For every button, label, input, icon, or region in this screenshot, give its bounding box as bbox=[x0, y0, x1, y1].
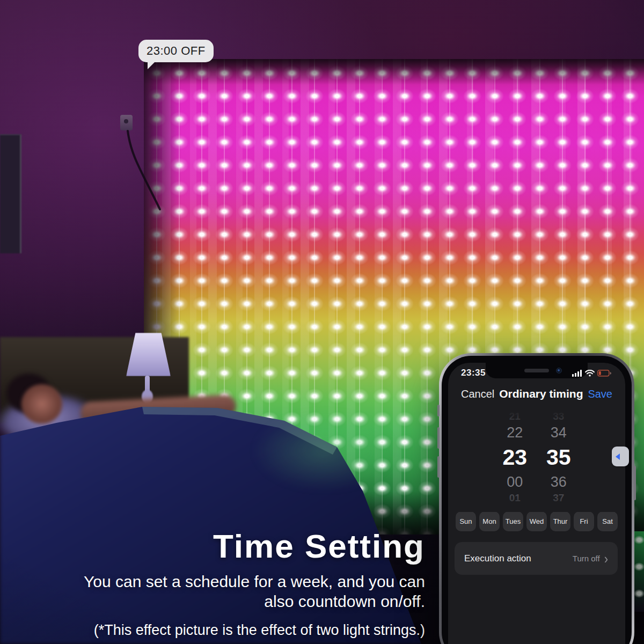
hour-option: 22 bbox=[507, 423, 523, 442]
slide-out-tab[interactable] bbox=[612, 447, 629, 466]
caption-body-line1: You can set a schedule for a week, and y… bbox=[60, 572, 425, 592]
left-arrow-icon bbox=[616, 453, 620, 460]
minute-option-selected: 35 bbox=[546, 442, 571, 472]
plug-socket-hole bbox=[124, 119, 128, 123]
minute-option: 36 bbox=[551, 472, 567, 492]
schedule-callout-bubble: 23:00 OFF bbox=[138, 40, 214, 62]
power-cord bbox=[113, 123, 172, 220]
hour-option-selected: 23 bbox=[502, 442, 527, 472]
sleeping-person-face bbox=[21, 384, 62, 424]
cancel-button[interactable]: Cancel bbox=[461, 388, 494, 400]
caption-footnote: (*This effect picture is the effect of t… bbox=[60, 622, 425, 639]
time-picker: 21 22 23 00 01 33 34 35 36 37 bbox=[448, 410, 625, 512]
phone-bezel: 23:35 bbox=[442, 356, 632, 644]
caption-body-line2: also countdown on/off. bbox=[60, 592, 425, 612]
mute-switch bbox=[437, 405, 440, 416]
day-button-sat[interactable]: Sat bbox=[597, 511, 618, 531]
caption-block: Time Setting You can set a schedule for … bbox=[60, 529, 425, 639]
status-icons bbox=[572, 370, 611, 377]
caption-heading: Time Setting bbox=[60, 529, 425, 564]
wifi-icon bbox=[585, 370, 595, 377]
day-button-sun[interactable]: Sun bbox=[456, 511, 476, 531]
product-showcase-image: 23:00 OFF Time Setting You can set a sch… bbox=[0, 0, 644, 644]
schedule-callout-label: 23:00 OFF bbox=[147, 44, 206, 58]
led-curtain-edge bbox=[634, 531, 644, 612]
hour-option: 00 bbox=[507, 472, 523, 492]
hour-wheel[interactable]: 21 22 23 00 01 bbox=[502, 410, 527, 512]
day-button-mon[interactable]: Mon bbox=[479, 511, 500, 531]
minute-wheel[interactable]: 33 34 35 36 37 bbox=[546, 410, 571, 512]
chevron-right-icon: › bbox=[604, 554, 608, 564]
signal-bars-icon bbox=[572, 370, 582, 377]
weekday-selector: Sun Mon Tues Wed Thur Fri Sat bbox=[448, 511, 625, 531]
minute-option: 33 bbox=[553, 410, 564, 423]
day-button-fri[interactable]: Fri bbox=[574, 511, 594, 531]
phone-mockup: 23:35 bbox=[439, 353, 634, 644]
picture-frame bbox=[0, 134, 21, 253]
page-title: Ordinary timing bbox=[499, 387, 583, 400]
hour-option: 01 bbox=[509, 492, 521, 504]
execution-action-value: Turn off bbox=[573, 554, 600, 563]
status-time: 23:35 bbox=[461, 368, 486, 378]
volume-down-button bbox=[437, 456, 440, 478]
power-button bbox=[634, 466, 636, 500]
day-button-thur[interactable]: Thur bbox=[550, 511, 570, 531]
hour-option: 21 bbox=[509, 410, 521, 423]
duvet-green-glow bbox=[252, 411, 397, 491]
minute-option: 37 bbox=[553, 492, 564, 504]
day-button-tues[interactable]: Tues bbox=[503, 511, 523, 531]
volume-up-button bbox=[437, 427, 440, 449]
execution-action-label: Execution action bbox=[464, 553, 531, 564]
timer-app-screen: 23:35 bbox=[448, 363, 625, 644]
execution-action-row[interactable]: Execution action Turn off › bbox=[455, 542, 618, 575]
execution-action-value-group: Turn off › bbox=[573, 554, 608, 563]
battery-low-icon bbox=[597, 370, 611, 377]
day-button-wed[interactable]: Wed bbox=[526, 511, 547, 531]
status-bar: 23:35 bbox=[448, 368, 625, 378]
minute-option: 34 bbox=[551, 423, 567, 442]
save-button[interactable]: Save bbox=[588, 388, 612, 400]
app-nav-bar: Cancel Ordinary timing Save bbox=[448, 387, 625, 400]
